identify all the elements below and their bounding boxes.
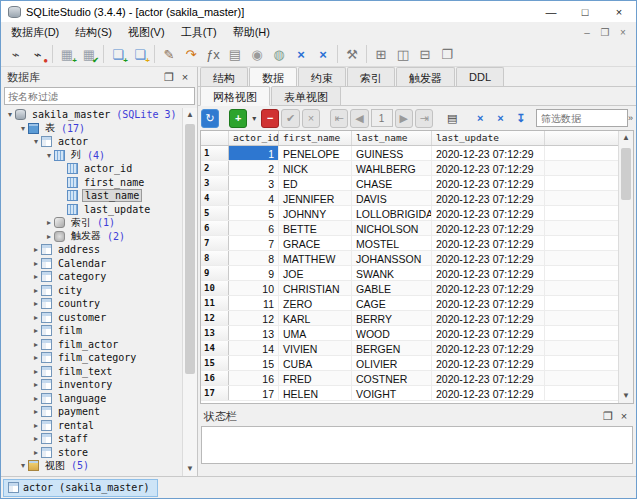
tree-item-actor_id[interactable]: actor_id: [1, 162, 197, 176]
expand-arrow-icon[interactable]: ▸: [31, 272, 41, 281]
tree-item-索引[interactable]: ▸索引(1): [1, 216, 197, 230]
cell-last_update[interactable]: 2020-12-23 07:12:29: [432, 266, 545, 280]
cell-last_update[interactable]: 2020-12-23 07:12:29: [432, 161, 545, 175]
cell-last_update[interactable]: 2020-12-23 07:12:29: [432, 281, 545, 295]
row-number[interactable]: 13: [201, 326, 229, 340]
expand-arrow-icon[interactable]: ▸: [31, 299, 41, 308]
connect-database-button[interactable]: ⌁: [5, 43, 27, 65]
cell-actor_id[interactable]: 8: [229, 251, 279, 265]
row-number[interactable]: 11: [201, 296, 229, 310]
menu-item-2[interactable]: 视图(V): [120, 23, 173, 42]
tree-item-触发器[interactable]: ▸触发器(2): [1, 230, 197, 244]
close-button[interactable]: ×: [602, 1, 636, 23]
cell-first_name[interactable]: FRED: [279, 371, 352, 385]
function-editor-button[interactable]: ƒx: [202, 43, 224, 65]
tree-item-language[interactable]: ▸language: [1, 392, 197, 406]
cell-first_name[interactable]: UMA: [279, 326, 352, 340]
tree-filter-input[interactable]: [4, 87, 195, 105]
cell-last_update[interactable]: 2020-12-23 07:12:29: [432, 341, 545, 355]
cell-last_name[interactable]: CAGE: [352, 296, 432, 310]
column-header-last_name[interactable]: last_name: [352, 131, 432, 145]
cell-last_update[interactable]: 2020-12-23 07:12:29: [432, 356, 545, 370]
cell-last_name[interactable]: SWANK: [352, 266, 432, 280]
collapse-arrow-icon[interactable]: ▾: [31, 137, 41, 146]
cell-actor_id[interactable]: 5: [229, 206, 279, 220]
view-tab-网格视图[interactable]: 网格视图: [200, 86, 270, 106]
cell-actor_id[interactable]: 17: [229, 386, 279, 400]
row-number[interactable]: 6: [201, 221, 229, 235]
cell-last_name[interactable]: DAVIS: [352, 191, 432, 205]
column-header-actor_id[interactable]: actor_id: [229, 131, 279, 145]
cell-last_update[interactable]: 2020-12-23 07:12:29: [432, 206, 545, 220]
ddl-history-button[interactable]: ▤: [224, 43, 246, 65]
cell-last_update[interactable]: 2020-12-23 07:12:29: [432, 236, 545, 250]
cell-actor_id[interactable]: 1: [229, 146, 279, 160]
cell-last_update[interactable]: 2020-12-23 07:12:29: [432, 176, 545, 190]
cell-first_name[interactable]: BETTE: [279, 221, 352, 235]
tree-item-视图[interactable]: ▾视图(5): [1, 459, 197, 473]
tree-item-staff[interactable]: ▸staff: [1, 432, 197, 446]
cell-first_name[interactable]: ED: [279, 176, 352, 190]
cell-last_update[interactable]: 2020-12-23 07:12:29: [432, 386, 545, 400]
tree-item-film_category[interactable]: ▸film_category: [1, 351, 197, 365]
last-page-button[interactable]: ⇥: [415, 109, 433, 128]
cell-last_update[interactable]: 2020-12-23 07:12:29: [432, 326, 545, 340]
configuration-button[interactable]: ⚒: [341, 43, 363, 65]
next-page-button[interactable]: ▶: [395, 109, 413, 128]
cell-first_name[interactable]: JOHNNY: [279, 206, 352, 220]
cell-first_name[interactable]: JOE: [279, 266, 352, 280]
cell-first_name[interactable]: ZERO: [279, 296, 352, 310]
tree-item-country[interactable]: ▸country: [1, 297, 197, 311]
collapse-all-button[interactable]: ×: [312, 43, 334, 65]
add-database-button[interactable]: ▦+: [56, 43, 78, 65]
cell-actor_id[interactable]: 6: [229, 221, 279, 235]
cell-first_name[interactable]: MATTHEW: [279, 251, 352, 265]
fit-columns-button[interactable]: ×: [471, 109, 489, 128]
row-number[interactable]: 8: [201, 251, 229, 265]
grid-filter-input[interactable]: [536, 109, 628, 127]
cell-last_name[interactable]: NICHOLSON: [352, 221, 432, 235]
mdi-restore-button[interactable]: ❐: [596, 25, 614, 40]
row-number[interactable]: 2: [201, 161, 229, 175]
menu-item-0[interactable]: 数据库(D): [3, 23, 67, 42]
close-panel-icon[interactable]: ×: [616, 408, 632, 424]
cell-actor_id[interactable]: 7: [229, 236, 279, 250]
cell-last_name[interactable]: GABLE: [352, 281, 432, 295]
restore-window-button[interactable]: ❏+: [107, 43, 129, 65]
cell-actor_id[interactable]: 2: [229, 161, 279, 175]
cell-last_name[interactable]: JOHANSSON: [352, 251, 432, 265]
tree-scrollbar[interactable]: ▲ ▼: [182, 108, 197, 476]
rollback-button[interactable]: ×: [302, 109, 320, 128]
page-number-input[interactable]: [371, 109, 393, 127]
tree-item-sakila_master[interactable]: ▾sakila_master(SQLite 3): [1, 108, 197, 122]
cell-actor_id[interactable]: 9: [229, 266, 279, 280]
cell-last_name[interactable]: WAHLBERG: [352, 161, 432, 175]
first-page-button[interactable]: ⇤: [330, 109, 348, 128]
mdi-tile-horizontal-button[interactable]: ⊟: [414, 43, 436, 65]
cell-last_update[interactable]: 2020-12-23 07:12:29: [432, 221, 545, 235]
tree-item-category[interactable]: ▸category: [1, 270, 197, 284]
collapse-arrow-icon[interactable]: ▾: [44, 151, 54, 160]
tab-结构[interactable]: 结构: [200, 67, 248, 86]
cell-first_name[interactable]: PENELOPE: [279, 146, 352, 160]
tree-item-city[interactable]: ▸city: [1, 284, 197, 298]
cell-last_name[interactable]: WOOD: [352, 326, 432, 340]
expand-arrow-icon[interactable]: ▸: [31, 367, 41, 376]
expand-arrow-icon[interactable]: ▸: [44, 232, 54, 241]
tab-触发器[interactable]: 触发器: [396, 67, 455, 86]
tree-item-film[interactable]: ▸film: [1, 324, 197, 338]
view-tab-表单视图[interactable]: 表单视图: [271, 86, 341, 105]
mdi-minimize-button[interactable]: –: [578, 25, 596, 40]
expand-arrow-icon[interactable]: ▸: [31, 434, 41, 443]
float-panel-icon[interactable]: ❐: [600, 408, 616, 424]
column-header-first_name[interactable]: first_name: [279, 131, 352, 145]
row-number[interactable]: 7: [201, 236, 229, 250]
expand-arrow-icon[interactable]: ▸: [31, 380, 41, 389]
cell-actor_id[interactable]: 15: [229, 356, 279, 370]
cell-last_name[interactable]: BERRY: [352, 311, 432, 325]
cell-first_name[interactable]: CUBA: [279, 356, 352, 370]
scroll-up-icon[interactable]: ▲: [183, 108, 197, 122]
tree-item-表[interactable]: ▾表(17): [1, 122, 197, 136]
scroll-up-icon[interactable]: ▲: [619, 131, 633, 145]
plugins-button[interactable]: ◍: [268, 43, 290, 65]
